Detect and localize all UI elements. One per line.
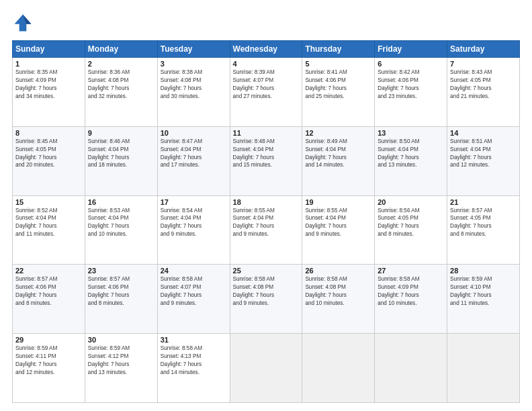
day-number: 12 [305,129,371,137]
weekday-monday: Monday [85,41,157,58]
weekday-sunday: Sunday [13,41,85,58]
day-info: Sunrise: 8:53 AMSunset: 4:04 PMDaylight:… [88,207,154,239]
day-number: 26 [305,267,371,275]
weekday-thursday: Thursday [302,41,375,58]
day-info: Sunrise: 8:58 AMSunset: 4:08 PMDaylight:… [233,275,300,308]
day-cell-10: 10Sunrise: 8:47 AMSunset: 4:04 PMDayligh… [157,126,230,195]
calendar-week-4: 22Sunrise: 8:57 AMSunset: 4:06 PMDayligh… [13,265,520,334]
calendar-week-5: 29Sunrise: 8:59 AMSunset: 4:11 PMDayligh… [13,334,520,403]
calendar-table: SundayMondayTuesdayWednesdayThursdayFrid… [12,40,520,403]
day-info: Sunrise: 8:58 AMSunset: 4:09 PMDaylight:… [378,275,444,308]
day-info: Sunrise: 8:54 AMSunset: 4:04 PMDaylight:… [161,207,227,239]
weekday-header-row: SundayMondayTuesdayWednesdayThursdayFrid… [13,41,520,58]
day-cell-5: 5Sunrise: 8:41 AMSunset: 4:06 PMDaylight… [302,58,375,127]
day-number: 14 [450,129,517,137]
day-info: Sunrise: 8:57 AMSunset: 4:05 PMDaylight:… [450,207,517,239]
empty-cell [447,334,520,403]
day-info: Sunrise: 8:55 AMSunset: 4:04 PMDaylight:… [233,207,300,239]
day-cell-21: 21Sunrise: 8:57 AMSunset: 4:05 PMDayligh… [447,195,520,265]
calendar-body: 1Sunrise: 8:35 AMSunset: 4:09 PMDaylight… [13,58,520,403]
day-cell-24: 24Sunrise: 8:58 AMSunset: 4:07 PMDayligh… [157,265,230,334]
day-cell-29: 29Sunrise: 8:59 AMSunset: 4:11 PMDayligh… [13,334,85,403]
day-cell-15: 15Sunrise: 8:52 AMSunset: 4:04 PMDayligh… [13,195,85,265]
day-cell-14: 14Sunrise: 8:51 AMSunset: 4:04 PMDayligh… [447,126,520,195]
header [12,12,520,34]
day-cell-31: 31Sunrise: 8:58 AMSunset: 4:13 PMDayligh… [157,334,230,403]
day-info: Sunrise: 8:57 AMSunset: 4:06 PMDaylight:… [15,275,82,308]
calendar-header: SundayMondayTuesdayWednesdayThursdayFrid… [13,41,520,58]
day-cell-28: 28Sunrise: 8:59 AMSunset: 4:10 PMDayligh… [447,265,520,334]
day-info: Sunrise: 8:35 AMSunset: 4:09 PMDaylight:… [15,68,82,101]
day-number: 16 [88,198,154,206]
day-info: Sunrise: 8:51 AMSunset: 4:04 PMDaylight:… [450,138,517,170]
day-number: 5 [305,60,371,68]
day-number: 29 [15,336,82,344]
day-number: 2 [88,60,154,68]
day-cell-22: 22Sunrise: 8:57 AMSunset: 4:06 PMDayligh… [13,265,85,334]
day-cell-2: 2Sunrise: 8:36 AMSunset: 4:08 PMDaylight… [85,58,157,127]
day-number: 20 [378,198,444,206]
day-number: 22 [15,267,82,275]
day-cell-27: 27Sunrise: 8:58 AMSunset: 4:09 PMDayligh… [375,265,447,334]
day-number: 1 [15,60,82,68]
calendar-week-3: 15Sunrise: 8:52 AMSunset: 4:04 PMDayligh… [13,195,520,265]
day-info: Sunrise: 8:55 AMSunset: 4:04 PMDaylight:… [305,207,371,239]
day-number: 15 [15,198,82,206]
weekday-friday: Friday [375,41,447,58]
day-info: Sunrise: 8:50 AMSunset: 4:04 PMDaylight:… [378,138,444,170]
day-number: 27 [378,267,444,275]
day-info: Sunrise: 8:43 AMSunset: 4:05 PMDaylight:… [450,68,517,101]
day-cell-6: 6Sunrise: 8:42 AMSunset: 4:06 PMDaylight… [375,58,447,127]
day-info: Sunrise: 8:41 AMSunset: 4:06 PMDaylight:… [305,68,371,101]
day-info: Sunrise: 8:58 AMSunset: 4:07 PMDaylight:… [161,275,227,308]
day-cell-4: 4Sunrise: 8:39 AMSunset: 4:07 PMDaylight… [230,58,302,127]
day-info: Sunrise: 8:49 AMSunset: 4:04 PMDaylight:… [305,138,371,170]
day-info: Sunrise: 8:57 AMSunset: 4:06 PMDaylight:… [88,275,154,308]
day-number: 30 [88,336,154,344]
empty-cell [230,334,302,403]
weekday-wednesday: Wednesday [230,41,302,58]
day-info: Sunrise: 8:48 AMSunset: 4:04 PMDaylight:… [233,138,300,170]
day-info: Sunrise: 8:45 AMSunset: 4:05 PMDaylight:… [15,138,82,170]
day-cell-20: 20Sunrise: 8:56 AMSunset: 4:05 PMDayligh… [375,195,447,265]
day-cell-7: 7Sunrise: 8:43 AMSunset: 4:05 PMDaylight… [447,58,520,127]
day-cell-18: 18Sunrise: 8:55 AMSunset: 4:04 PMDayligh… [230,195,302,265]
weekday-saturday: Saturday [447,41,520,58]
empty-cell [302,334,375,403]
day-info: Sunrise: 8:59 AMSunset: 4:10 PMDaylight:… [450,275,517,308]
day-number: 9 [88,129,154,137]
day-number: 28 [450,267,517,275]
logo-icon [12,12,34,34]
day-number: 4 [233,60,300,68]
day-info: Sunrise: 8:42 AMSunset: 4:06 PMDaylight:… [378,68,444,101]
day-info: Sunrise: 8:59 AMSunset: 4:12 PMDaylight:… [88,345,154,377]
page: SundayMondayTuesdayWednesdayThursdayFrid… [0,0,532,411]
day-info: Sunrise: 8:39 AMSunset: 4:07 PMDaylight:… [233,68,300,101]
day-cell-12: 12Sunrise: 8:49 AMSunset: 4:04 PMDayligh… [302,126,375,195]
day-number: 10 [161,129,227,137]
calendar-week-1: 1Sunrise: 8:35 AMSunset: 4:09 PMDaylight… [13,58,520,127]
day-info: Sunrise: 8:56 AMSunset: 4:05 PMDaylight:… [378,207,444,239]
day-info: Sunrise: 8:59 AMSunset: 4:11 PMDaylight:… [15,345,82,377]
logo [12,12,36,34]
day-cell-3: 3Sunrise: 8:38 AMSunset: 4:08 PMDaylight… [157,58,230,127]
day-cell-23: 23Sunrise: 8:57 AMSunset: 4:06 PMDayligh… [85,265,157,334]
day-number: 7 [450,60,517,68]
day-info: Sunrise: 8:47 AMSunset: 4:04 PMDaylight:… [161,138,227,170]
day-number: 13 [378,129,444,137]
day-cell-13: 13Sunrise: 8:50 AMSunset: 4:04 PMDayligh… [375,126,447,195]
day-cell-1: 1Sunrise: 8:35 AMSunset: 4:09 PMDaylight… [13,58,85,127]
day-number: 21 [450,198,517,206]
day-info: Sunrise: 8:52 AMSunset: 4:04 PMDaylight:… [15,207,82,239]
day-info: Sunrise: 8:46 AMSunset: 4:04 PMDaylight:… [88,138,154,170]
day-number: 8 [15,129,82,137]
empty-cell [375,334,447,403]
day-cell-26: 26Sunrise: 8:58 AMSunset: 4:08 PMDayligh… [302,265,375,334]
day-info: Sunrise: 8:58 AMSunset: 4:08 PMDaylight:… [305,275,371,308]
weekday-tuesday: Tuesday [157,41,230,58]
day-cell-9: 9Sunrise: 8:46 AMSunset: 4:04 PMDaylight… [85,126,157,195]
day-cell-8: 8Sunrise: 8:45 AMSunset: 4:05 PMDaylight… [13,126,85,195]
day-cell-16: 16Sunrise: 8:53 AMSunset: 4:04 PMDayligh… [85,195,157,265]
day-number: 23 [88,267,154,275]
day-number: 19 [305,198,371,206]
